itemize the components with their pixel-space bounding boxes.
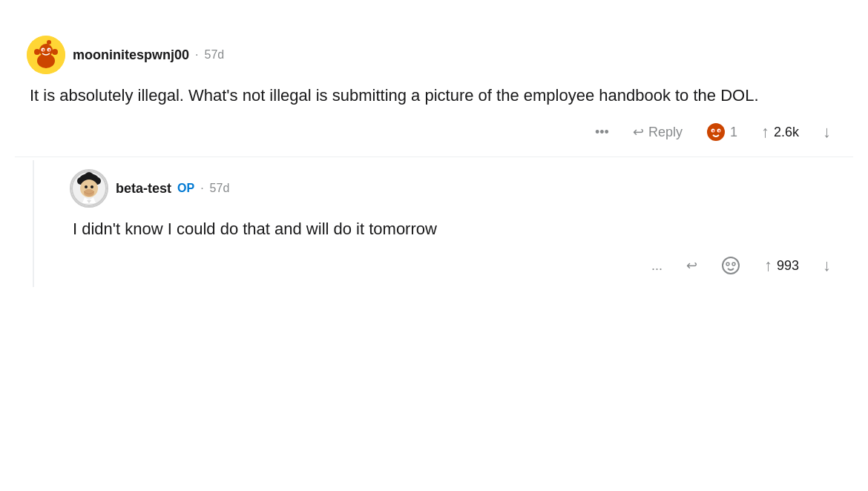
- svg-point-25: [91, 185, 93, 188]
- svg-point-7: [42, 49, 44, 50]
- comment-header: mooninitespwnj00 · 57d: [27, 36, 841, 74]
- reply-username[interactable]: beta-test: [116, 181, 171, 197]
- reply-more-options-button[interactable]: ...: [647, 255, 667, 277]
- reddit-avatar-icon: [27, 36, 65, 74]
- svg-point-24: [85, 185, 88, 188]
- comment-body: It is absolutely illegal. What's not ill…: [27, 83, 841, 108]
- reply-avatar: [70, 169, 108, 208]
- comment-actions: ••• ↩ Reply 1: [27, 119, 841, 145]
- reply-upvote-button[interactable]: ↑ 993: [760, 253, 803, 278]
- downvote-button[interactable]: ↓: [818, 119, 835, 145]
- upvote-button[interactable]: ↑ 2.6k: [757, 119, 803, 145]
- dot-separator: ·: [195, 48, 198, 62]
- timestamp: 57d: [204, 48, 224, 62]
- comment-reply: beta-test OP · 57d I didn't know I could…: [33, 160, 853, 287]
- reply-username-row: beta-test OP · 57d: [116, 181, 229, 197]
- reply-button[interactable]: ↩ Reply: [628, 121, 687, 143]
- reply-more-options-icon: ...: [651, 258, 662, 274]
- reply-award-button[interactable]: [717, 253, 745, 278]
- reply-reply-icon: ↩: [686, 257, 697, 274]
- comment-main: mooninitespwnj00 · 57d It is absolutely …: [15, 27, 853, 154]
- reply-comment-header: beta-test OP · 57d: [70, 169, 841, 208]
- reply-comment-actions: ... ↩ ↑ 993 ↓: [70, 253, 841, 278]
- award-icon: [706, 122, 726, 142]
- reply-avatar-icon: [71, 171, 107, 206]
- avatar: [27, 36, 65, 74]
- svg-point-4: [52, 49, 58, 55]
- reply-icon: ↩: [633, 124, 644, 140]
- username[interactable]: mooninitespwnj00: [73, 47, 189, 63]
- svg-point-11: [707, 123, 725, 141]
- award-button[interactable]: 1: [702, 119, 742, 145]
- svg-point-3: [34, 49, 40, 55]
- svg-point-8: [48, 49, 50, 50]
- upvote-count: 2.6k: [774, 125, 799, 140]
- reply-comment-body: I didn't know I could do that and will d…: [70, 217, 841, 241]
- more-options-button[interactable]: •••: [591, 122, 614, 143]
- reply-dot-separator: ·: [200, 182, 203, 195]
- reply-label: Reply: [648, 125, 683, 140]
- downvote-icon: ↓: [823, 122, 831, 142]
- op-badge: OP: [177, 182, 194, 195]
- comment-divider: [15, 156, 853, 157]
- award-count: 1: [730, 125, 737, 140]
- comments-section: mooninitespwnj00 · 57d It is absolutely …: [0, 15, 868, 299]
- reply-upvote-count: 993: [777, 258, 799, 274]
- svg-point-27: [723, 257, 739, 274]
- reply-reply-button[interactable]: ↩: [682, 254, 702, 277]
- reply-timestamp: 57d: [210, 182, 230, 195]
- svg-point-16: [713, 131, 714, 131]
- username-row: mooninitespwnj00 · 57d: [73, 47, 224, 63]
- svg-point-28: [726, 263, 729, 266]
- reply-upvote-icon: ↑: [764, 256, 772, 275]
- upvote-icon: ↑: [761, 122, 769, 142]
- reply-award-icon: [721, 256, 740, 275]
- svg-point-29: [732, 263, 735, 266]
- more-options-icon: •••: [595, 125, 609, 140]
- reply-downvote-icon: ↓: [823, 256, 831, 275]
- svg-point-17: [719, 131, 720, 131]
- reply-downvote-button[interactable]: ↓: [818, 253, 835, 278]
